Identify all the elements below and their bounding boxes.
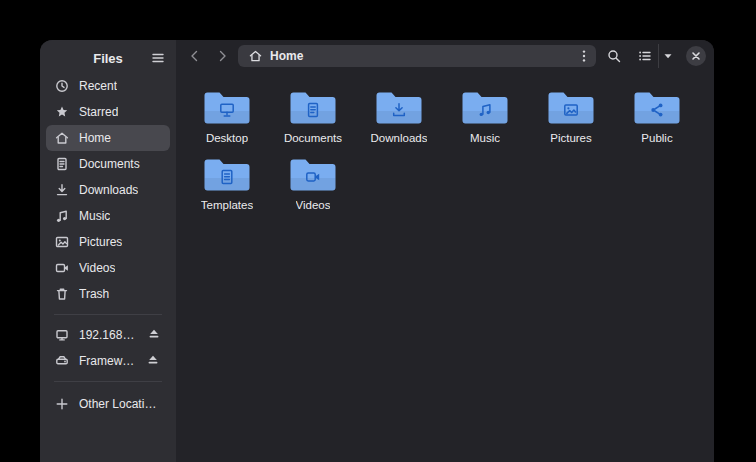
- menu-button[interactable]: [146, 46, 170, 70]
- search-icon: [606, 48, 622, 64]
- sidebar-item-starred[interactable]: Starred: [46, 99, 170, 125]
- back-icon: [187, 48, 203, 64]
- view-options-button[interactable]: [658, 44, 676, 68]
- folder-label: Pictures: [550, 132, 592, 144]
- caret-down-icon: [660, 48, 676, 64]
- sidebar-item-label: Home: [79, 131, 111, 145]
- hamburger-icon: [150, 50, 166, 66]
- app-title: Files: [93, 51, 123, 66]
- close-icon: [688, 48, 704, 64]
- other-locations-label: Other Locations: [79, 397, 162, 411]
- files-window: Files RecentStarredHomeDocumentsDownload…: [40, 40, 714, 462]
- sidebar-item-music[interactable]: Music: [46, 203, 170, 229]
- view-toggle: [632, 44, 676, 68]
- sidebar-item-label: Recent: [79, 79, 117, 93]
- headerbar: Home: [176, 40, 714, 69]
- sidebar-item-framework[interactable]: Framework: [46, 348, 170, 374]
- forward-button[interactable]: [211, 45, 233, 67]
- folder-label: Videos: [296, 199, 331, 211]
- folder-videos[interactable]: Videos: [270, 148, 356, 215]
- folder-icon: [545, 86, 597, 130]
- folder-label: Documents: [284, 132, 342, 144]
- eject-icon: [145, 352, 161, 371]
- folder-icon: [201, 153, 253, 197]
- pictures-icon: [54, 234, 70, 250]
- folder-desktop[interactable]: Desktop: [184, 81, 270, 148]
- sidebar-item-other-locations[interactable]: Other Locations: [46, 391, 170, 417]
- search-button[interactable]: [601, 44, 627, 68]
- path-bar[interactable]: Home: [238, 45, 596, 67]
- sidebar-divider-2: [54, 381, 162, 382]
- documents-icon: [54, 156, 70, 172]
- main-pane: Home Desktop Documents Downloads Music: [176, 40, 714, 462]
- path-label: Home: [270, 49, 303, 63]
- folder-icon: [373, 86, 425, 130]
- folder-icon: [459, 86, 511, 130]
- path-menu-button[interactable]: [574, 46, 594, 66]
- sidebar-item-label: Pictures: [79, 235, 122, 249]
- folder-downloads[interactable]: Downloads: [356, 81, 442, 148]
- folder-label: Public: [641, 132, 672, 144]
- list-view-icon: [637, 48, 653, 64]
- sidebar-item-label: Starred: [79, 105, 118, 119]
- sidebar-item-downloads[interactable]: Downloads: [46, 177, 170, 203]
- sidebar-item-documents[interactable]: Documents: [46, 151, 170, 177]
- sidebar-item-label: Downloads: [79, 183, 138, 197]
- sidebar-item-trash[interactable]: Trash: [46, 281, 170, 307]
- folder-label: Desktop: [206, 132, 248, 144]
- network-icon: [54, 327, 70, 343]
- list-view-button[interactable]: [632, 44, 658, 68]
- folder-label: Music: [470, 132, 500, 144]
- sidebar-item-label: 192.168.1.193: [79, 328, 137, 342]
- sidebar-item-label: Trash: [79, 287, 109, 301]
- music-icon: [54, 208, 70, 224]
- starred-icon: [54, 104, 70, 120]
- folder-label: Downloads: [371, 132, 428, 144]
- folder-icon: [201, 86, 253, 130]
- sidebar-item-192-168-1-193[interactable]: 192.168.1.193: [46, 322, 170, 348]
- sidebar-divider: [54, 314, 162, 315]
- sidebar-item-label: Documents: [79, 157, 140, 171]
- folder-templates[interactable]: Templates: [184, 148, 270, 215]
- sidebar-item-recent[interactable]: Recent: [46, 73, 170, 99]
- sidebar-header: Files: [40, 43, 176, 73]
- recent-icon: [54, 78, 70, 94]
- folder-music[interactable]: Music: [442, 81, 528, 148]
- folder-documents[interactable]: Documents: [270, 81, 356, 148]
- home-small-icon: [248, 48, 263, 63]
- eject-button[interactable]: [146, 325, 162, 345]
- plus-icon: [54, 396, 70, 412]
- kebab-icon: [576, 48, 592, 64]
- folder-icon: [287, 153, 339, 197]
- sidebar-item-label: Videos: [79, 261, 115, 275]
- close-button[interactable]: [686, 46, 706, 66]
- folder-pictures[interactable]: Pictures: [528, 81, 614, 148]
- back-button[interactable]: [184, 45, 206, 67]
- folder-icon: [287, 86, 339, 130]
- folder-label: Templates: [201, 199, 253, 211]
- folder-icon: [631, 86, 683, 130]
- eject-icon: [146, 326, 162, 345]
- sidebar-places: RecentStarredHomeDocumentsDownloadsMusic…: [40, 73, 176, 307]
- videos-icon: [54, 260, 70, 276]
- folder-public[interactable]: Public: [614, 81, 700, 148]
- usb-drive-icon: [54, 353, 70, 369]
- sidebar-item-pictures[interactable]: Pictures: [46, 229, 170, 255]
- sidebar-item-label: Music: [79, 209, 110, 223]
- sidebar-devices: 192.168.1.193Framework: [40, 322, 176, 374]
- file-grid: Desktop Documents Downloads Music Pictur…: [176, 69, 714, 462]
- trash-icon: [54, 286, 70, 302]
- sidebar-item-label: Framework: [79, 354, 135, 368]
- sidebar-item-home[interactable]: Home: [46, 125, 170, 151]
- sidebar-item-videos[interactable]: Videos: [46, 255, 170, 281]
- home-icon: [54, 130, 70, 146]
- sidebar: Files RecentStarredHomeDocumentsDownload…: [40, 40, 176, 462]
- forward-icon: [214, 48, 230, 64]
- downloads-icon: [54, 182, 70, 198]
- eject-button[interactable]: [144, 351, 163, 371]
